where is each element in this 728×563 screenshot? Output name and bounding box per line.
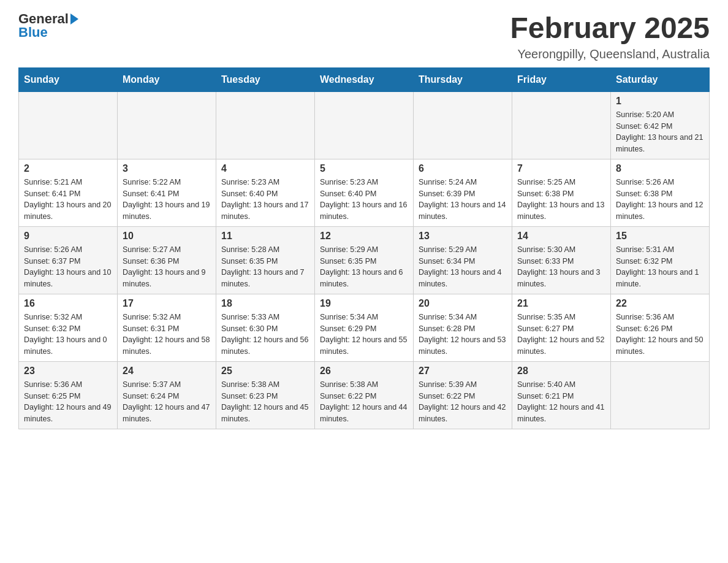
day-number: 27 — [419, 366, 507, 377]
day-info: Sunrise: 5:34 AMSunset: 6:28 PMDaylight:… — [419, 312, 507, 358]
calendar-cell — [315, 91, 414, 159]
day-number: 1 — [616, 96, 704, 107]
day-info: Sunrise: 5:25 AMSunset: 6:38 PMDaylight:… — [517, 177, 605, 223]
logo: General Blue — [18, 12, 78, 39]
calendar-cell: 23Sunrise: 5:36 AMSunset: 6:25 PMDayligh… — [19, 361, 118, 429]
day-info: Sunrise: 5:21 AMSunset: 6:41 PMDaylight:… — [24, 177, 112, 223]
day-info: Sunrise: 5:32 AMSunset: 6:32 PMDaylight:… — [24, 312, 112, 358]
title-block: February 2025 Yeerongpilly, Queensland, … — [510, 12, 710, 61]
calendar-cell: 3Sunrise: 5:22 AMSunset: 6:41 PMDaylight… — [118, 159, 216, 226]
day-number: 25 — [221, 366, 309, 377]
day-header-thursday: Thursday — [414, 67, 512, 91]
calendar-cell: 8Sunrise: 5:26 AMSunset: 6:38 PMDaylight… — [611, 159, 710, 226]
calendar-week-1: 1Sunrise: 5:20 AMSunset: 6:42 PMDaylight… — [19, 91, 710, 159]
calendar-week-4: 16Sunrise: 5:32 AMSunset: 6:32 PMDayligh… — [19, 294, 710, 361]
location-text: Yeerongpilly, Queensland, Australia — [510, 47, 710, 61]
logo-blue-text: Blue — [18, 26, 48, 39]
calendar-cell: 17Sunrise: 5:32 AMSunset: 6:31 PMDayligh… — [118, 294, 216, 361]
day-header-sunday: Sunday — [19, 67, 118, 91]
calendar-cell: 2Sunrise: 5:21 AMSunset: 6:41 PMDaylight… — [19, 159, 118, 226]
calendar-cell — [118, 91, 216, 159]
calendar-cell: 19Sunrise: 5:34 AMSunset: 6:29 PMDayligh… — [315, 294, 414, 361]
day-info: Sunrise: 5:34 AMSunset: 6:29 PMDaylight:… — [320, 312, 408, 358]
calendar-cell: 20Sunrise: 5:34 AMSunset: 6:28 PMDayligh… — [414, 294, 512, 361]
calendar-cell: 15Sunrise: 5:31 AMSunset: 6:32 PMDayligh… — [611, 226, 710, 294]
day-info: Sunrise: 5:40 AMSunset: 6:21 PMDaylight:… — [517, 379, 605, 425]
calendar-week-3: 9Sunrise: 5:26 AMSunset: 6:37 PMDaylight… — [19, 226, 710, 294]
month-title: February 2025 — [510, 12, 710, 45]
calendar-cell: 7Sunrise: 5:25 AMSunset: 6:38 PMDaylight… — [512, 159, 611, 226]
day-info: Sunrise: 5:37 AMSunset: 6:24 PMDaylight:… — [123, 379, 211, 425]
day-number: 14 — [517, 231, 605, 242]
day-number: 24 — [123, 366, 211, 377]
day-header-monday: Monday — [118, 67, 216, 91]
calendar-cell — [414, 91, 512, 159]
calendar-cell: 14Sunrise: 5:30 AMSunset: 6:33 PMDayligh… — [512, 226, 611, 294]
day-number: 21 — [517, 298, 605, 309]
calendar-cell — [512, 91, 611, 159]
calendar-cell: 27Sunrise: 5:39 AMSunset: 6:22 PMDayligh… — [414, 361, 512, 429]
day-info: Sunrise: 5:38 AMSunset: 6:22 PMDaylight:… — [320, 379, 408, 425]
day-number: 5 — [320, 163, 408, 174]
day-header-wednesday: Wednesday — [315, 67, 414, 91]
calendar-cell: 16Sunrise: 5:32 AMSunset: 6:32 PMDayligh… — [19, 294, 118, 361]
calendar-cell: 9Sunrise: 5:26 AMSunset: 6:37 PMDaylight… — [19, 226, 118, 294]
day-info: Sunrise: 5:23 AMSunset: 6:40 PMDaylight:… — [320, 177, 408, 223]
calendar-cell: 1Sunrise: 5:20 AMSunset: 6:42 PMDaylight… — [611, 91, 710, 159]
day-number: 10 — [123, 231, 211, 242]
calendar-cell: 21Sunrise: 5:35 AMSunset: 6:27 PMDayligh… — [512, 294, 611, 361]
day-info: Sunrise: 5:33 AMSunset: 6:30 PMDaylight:… — [221, 312, 309, 358]
day-info: Sunrise: 5:28 AMSunset: 6:35 PMDaylight:… — [221, 244, 309, 290]
day-info: Sunrise: 5:26 AMSunset: 6:37 PMDaylight:… — [24, 244, 112, 290]
calendar-cell — [611, 361, 710, 429]
day-number: 19 — [320, 298, 408, 309]
calendar-cell: 11Sunrise: 5:28 AMSunset: 6:35 PMDayligh… — [216, 226, 315, 294]
calendar-week-2: 2Sunrise: 5:21 AMSunset: 6:41 PMDaylight… — [19, 159, 710, 226]
day-header-friday: Friday — [512, 67, 611, 91]
day-info: Sunrise: 5:35 AMSunset: 6:27 PMDaylight:… — [517, 312, 605, 358]
day-number: 22 — [616, 298, 704, 309]
calendar-cell: 10Sunrise: 5:27 AMSunset: 6:36 PMDayligh… — [118, 226, 216, 294]
day-info: Sunrise: 5:22 AMSunset: 6:41 PMDaylight:… — [123, 177, 211, 223]
day-info: Sunrise: 5:20 AMSunset: 6:42 PMDaylight:… — [616, 109, 704, 155]
calendar-cell: 12Sunrise: 5:29 AMSunset: 6:35 PMDayligh… — [315, 226, 414, 294]
day-info: Sunrise: 5:27 AMSunset: 6:36 PMDaylight:… — [123, 244, 211, 290]
day-number: 18 — [221, 298, 309, 309]
day-number: 4 — [221, 163, 309, 174]
calendar-cell: 22Sunrise: 5:36 AMSunset: 6:26 PMDayligh… — [611, 294, 710, 361]
calendar-cell: 24Sunrise: 5:37 AMSunset: 6:24 PMDayligh… — [118, 361, 216, 429]
day-header-saturday: Saturday — [611, 67, 710, 91]
day-info: Sunrise: 5:38 AMSunset: 6:23 PMDaylight:… — [221, 379, 309, 425]
day-number: 8 — [616, 163, 704, 174]
calendar-cell: 13Sunrise: 5:29 AMSunset: 6:34 PMDayligh… — [414, 226, 512, 294]
calendar-cell: 18Sunrise: 5:33 AMSunset: 6:30 PMDayligh… — [216, 294, 315, 361]
page-header: General Blue February 2025 Yeerongpilly,… — [18, 12, 710, 61]
day-info: Sunrise: 5:26 AMSunset: 6:38 PMDaylight:… — [616, 177, 704, 223]
day-info: Sunrise: 5:31 AMSunset: 6:32 PMDaylight:… — [616, 244, 704, 290]
day-info: Sunrise: 5:30 AMSunset: 6:33 PMDaylight:… — [517, 244, 605, 290]
day-info: Sunrise: 5:39 AMSunset: 6:22 PMDaylight:… — [419, 379, 507, 425]
calendar-header-row: SundayMondayTuesdayWednesdayThursdayFrid… — [19, 67, 710, 91]
calendar-cell: 26Sunrise: 5:38 AMSunset: 6:22 PMDayligh… — [315, 361, 414, 429]
day-number: 15 — [616, 231, 704, 242]
day-info: Sunrise: 5:32 AMSunset: 6:31 PMDaylight:… — [123, 312, 211, 358]
day-number: 26 — [320, 366, 408, 377]
day-number: 11 — [221, 231, 309, 242]
calendar-table: SundayMondayTuesdayWednesdayThursdayFrid… — [18, 67, 710, 429]
day-info: Sunrise: 5:24 AMSunset: 6:39 PMDaylight:… — [419, 177, 507, 223]
day-info: Sunrise: 5:29 AMSunset: 6:34 PMDaylight:… — [419, 244, 507, 290]
day-number: 16 — [24, 298, 112, 309]
day-number: 12 — [320, 231, 408, 242]
calendar-cell: 4Sunrise: 5:23 AMSunset: 6:40 PMDaylight… — [216, 159, 315, 226]
day-info: Sunrise: 5:29 AMSunset: 6:35 PMDaylight:… — [320, 244, 408, 290]
calendar-cell — [216, 91, 315, 159]
day-number: 23 — [24, 366, 112, 377]
day-number: 3 — [123, 163, 211, 174]
day-number: 6 — [419, 163, 507, 174]
day-number: 20 — [419, 298, 507, 309]
calendar-cell: 5Sunrise: 5:23 AMSunset: 6:40 PMDaylight… — [315, 159, 414, 226]
day-info: Sunrise: 5:36 AMSunset: 6:25 PMDaylight:… — [24, 379, 112, 425]
day-header-tuesday: Tuesday — [216, 67, 315, 91]
calendar-cell: 6Sunrise: 5:24 AMSunset: 6:39 PMDaylight… — [414, 159, 512, 226]
calendar-cell — [19, 91, 118, 159]
